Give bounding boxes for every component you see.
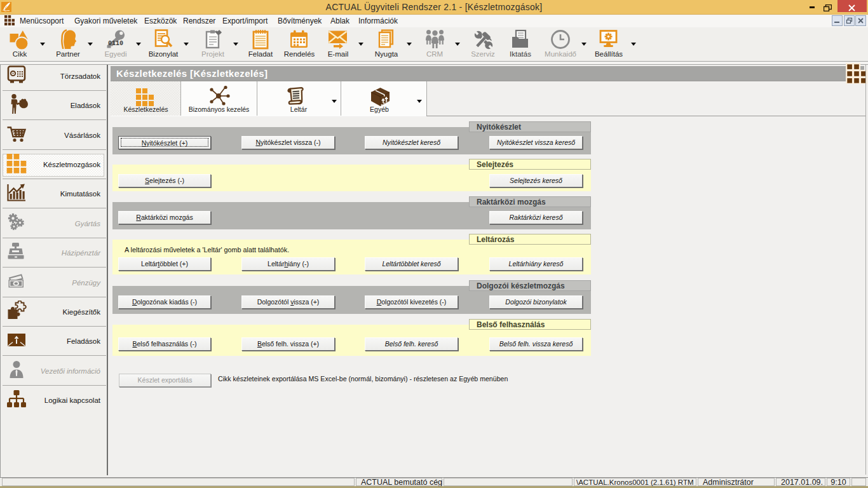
svg-text:0110: 0110	[108, 40, 123, 47]
